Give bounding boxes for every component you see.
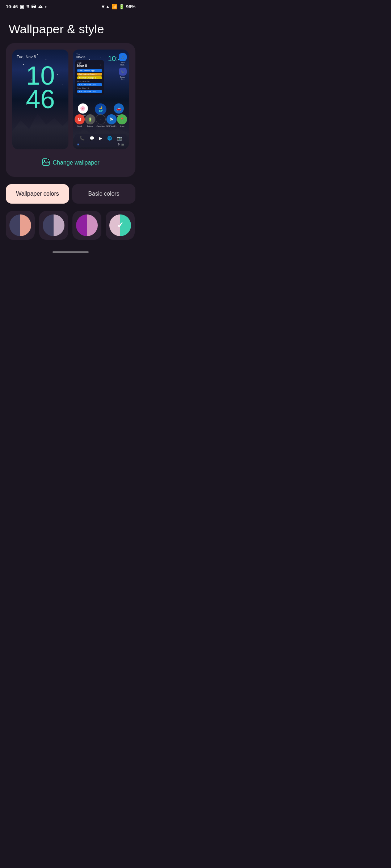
photos-icon: 🌸 — [78, 103, 88, 114]
maps-icon: 📍 — [117, 114, 127, 124]
lock-time-hour: 10 — [12, 64, 68, 88]
battery-icon-wrapper: 🔋 Battery — [85, 114, 95, 127]
cal-event-3: JKR Oil Change 1... — [77, 76, 102, 79]
color-swatch-3[interactable] — [72, 211, 101, 240]
dock-play-icon: ▶ — [99, 136, 102, 141]
traffic-icon: 🚗 — [114, 103, 124, 114]
gps-icon: 📡 — [106, 114, 117, 124]
lens-icon: 📷 — [121, 143, 125, 146]
basic-colors-tab[interactable]: Basic colors — [72, 184, 135, 204]
lock-time: 10 46 — [12, 64, 68, 111]
lock-screen-preview[interactable]: Tue, Nov 8 10 46 — [12, 50, 68, 149]
home-date: Tue Nov 8 — [76, 53, 85, 59]
change-wallpaper-label: Change wallpaper — [53, 159, 100, 166]
cal-event-tue: JGC Ins Due 11/1... — [77, 90, 102, 93]
status-bar: 10:46 ▣ ⌗ 🕶 ⛰ • ▼▲ 📶 🔋 96% — [0, 0, 141, 12]
maps-icon-wrapper: 📍 Maps — [117, 114, 127, 127]
bottom-bar — [0, 248, 141, 257]
home-app-row: M Gmail 🔋 Battery = Calculator 📡 GPS Tes… — [73, 114, 129, 127]
battery-icon: 🔋 — [85, 114, 95, 124]
gps-icon-wrapper: 📡 GPS Test P... — [106, 114, 117, 127]
wallpaper-change-icon — [42, 158, 50, 167]
status-left: 10:46 ▣ ⌗ 🕶 ⛰ • — [6, 4, 47, 9]
dot-icon: • — [45, 4, 47, 9]
battery-percent: 96% — [126, 4, 135, 9]
sound-space-label: Sound Sp... — [118, 76, 127, 80]
cal-event-mon: JGC Ins Due 11/1... — [77, 83, 102, 86]
wallpaper-card: Tue, Nov 8 10 46 Tue Nov 8 10:46 — [6, 43, 135, 177]
wifi-icon: ▼▲ — [101, 4, 110, 9]
home-top-right-icons: 🎵 Now Playi... 🎶 Sound Sp... — [118, 53, 127, 80]
mic-icon: 🎙 — [118, 143, 120, 146]
calendar-widget: Tue Nov 8 + Get CarMax App... Get Haircu… — [75, 60, 104, 95]
status-time: 10:46 — [6, 4, 18, 9]
gmail-icon: M — [75, 114, 85, 124]
signal-icon: 📶 — [112, 4, 117, 9]
lock-date: Tue, Nov 8 — [17, 55, 36, 59]
swatch-circle-4 — [109, 214, 131, 236]
home-search-bar: G 🎙 📷 — [75, 142, 127, 147]
home-screen-preview[interactable]: Tue Nov 8 10:46 Tue Nov 8 + Get CarMax A… — [73, 50, 129, 149]
color-tabs: Wallpaper colors Basic colors — [6, 184, 135, 204]
moon-icon: 🌙 53° — [95, 103, 106, 115]
swatch-circle-3 — [76, 214, 98, 236]
calendar-widget-area: Tue Nov 8 + Get CarMax App... Get Haircu… — [75, 60, 104, 97]
status-right: ▼▲ 📶 🔋 96% — [101, 4, 135, 9]
cal-section-tue: Tue, Nov 15 — [77, 87, 102, 89]
now-playing-label: Now Playi... — [118, 61, 127, 66]
calculator-icon: = — [96, 114, 106, 124]
dock-camera-icon: 📷 — [117, 136, 122, 141]
color-swatch-1[interactable] — [6, 211, 35, 240]
page-title: Wallpaper & style — [0, 12, 141, 43]
sound-space-icon: 🎶 — [119, 68, 127, 76]
gmail-icon-wrapper: M Gmail — [75, 114, 85, 127]
svg-point-1 — [44, 160, 45, 161]
lock-time-minute: 46 — [12, 88, 68, 111]
home-indicator — [52, 251, 89, 253]
notification-icon: ▣ — [20, 4, 24, 9]
calculator-icon-wrapper: = Calculator — [96, 114, 106, 127]
dock-phone-icon: 📞 — [80, 136, 85, 141]
cal-event-2: Get Haircut Appo... — [77, 73, 102, 76]
google-g-icon: G — [77, 143, 79, 146]
change-wallpaper-button[interactable]: Change wallpaper — [12, 155, 129, 170]
dock-chrome-icon: 🌐 — [107, 136, 112, 141]
cal-event-1: Get CarMax App... — [77, 69, 102, 72]
paramount-icon: ⛰ — [38, 4, 43, 9]
clipboard-icon: ⌗ — [26, 4, 29, 9]
cal-section-mon: Mon, Nov 14 — [77, 80, 102, 82]
color-swatch-4-selected[interactable] — [106, 211, 135, 240]
swatch-circle-1 — [9, 214, 31, 236]
swatch-circle-2 — [43, 214, 64, 236]
color-swatches-container — [0, 204, 141, 247]
wallpaper-colors-tab[interactable]: Wallpaper colors — [6, 184, 69, 204]
sound-space-icon-wrapper: 🎶 Sound Sp... — [118, 68, 127, 80]
now-playing-icon-wrapper: 🎵 Now Playi... — [118, 53, 127, 66]
battery-indicator: 🔋 — [119, 4, 125, 9]
preview-container: Tue, Nov 8 10 46 Tue Nov 8 10:46 — [12, 50, 129, 149]
color-swatch-2[interactable] — [39, 211, 68, 240]
now-playing-icon: 🎵 — [119, 53, 127, 61]
home-dock: 📞 💬 ▶ 🌐 📷 — [74, 134, 127, 143]
hat-icon: 🕶 — [31, 4, 36, 9]
dock-messages-icon: 💬 — [89, 136, 94, 141]
